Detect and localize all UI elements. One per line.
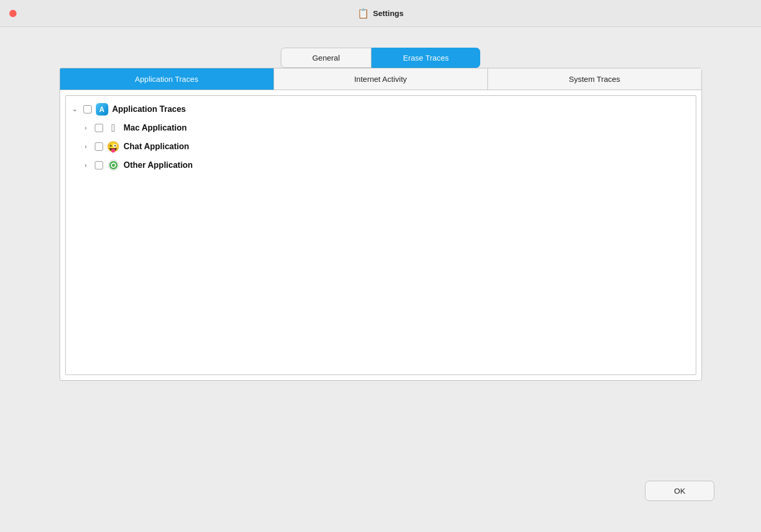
chat-label: Chat Application <box>124 142 190 151</box>
chevron-right-icon-other: › <box>81 161 91 170</box>
other-app-icon <box>107 159 120 171</box>
sub-tabs: Application Traces Internet Activity Sys… <box>60 68 701 90</box>
apple-icon:  <box>107 122 120 134</box>
close-button[interactable] <box>9 10 17 17</box>
other-label: Other Application <box>124 161 193 170</box>
ok-btn-container: OK <box>645 481 714 501</box>
tree-area: ⌄ A Application Traces ›  Mac Applicati… <box>65 95 696 375</box>
tree-root-item[interactable]: ⌄ A Application Traces <box>66 100 696 119</box>
root-label: Application Traces <box>112 105 186 114</box>
subtab-application-traces[interactable]: Application Traces <box>60 68 274 90</box>
chevron-down-icon: ⌄ <box>70 105 79 114</box>
mac-checkbox[interactable] <box>95 124 103 132</box>
main-content: General Erase Traces Application Traces … <box>0 27 761 381</box>
settings-icon: 📋 <box>357 8 369 19</box>
tab-erase-traces[interactable]: Erase Traces <box>371 48 480 68</box>
window-title: 📋 Settings <box>357 8 404 19</box>
chevron-right-icon-mac: › <box>81 123 91 133</box>
svg-point-3 <box>112 164 115 167</box>
tree-child-other[interactable]: › Other Application <box>66 156 696 175</box>
root-checkbox[interactable] <box>83 105 92 113</box>
chat-checkbox[interactable] <box>95 142 103 151</box>
title-text: Settings <box>373 9 404 18</box>
mac-label: Mac Application <box>124 123 187 133</box>
app-traces-icon: A <box>96 103 108 116</box>
chevron-right-icon-chat: › <box>81 142 91 151</box>
subtab-system-traces[interactable]: System Traces <box>488 68 701 90</box>
panel-container: Application Traces Internet Activity Sys… <box>60 68 702 381</box>
subtab-internet-activity[interactable]: Internet Activity <box>274 68 488 90</box>
tree-child-chat[interactable]: › 😜 Chat Application <box>66 137 696 156</box>
chat-icon: 😜 <box>107 140 120 153</box>
other-checkbox[interactable] <box>95 161 103 169</box>
tab-general[interactable]: General <box>281 48 371 68</box>
ok-button[interactable]: OK <box>645 481 714 501</box>
tree-child-mac[interactable]: ›  Mac Application <box>66 119 696 137</box>
top-tabs: General Erase Traces <box>281 48 481 68</box>
titlebar: 📋 Settings <box>0 0 761 27</box>
